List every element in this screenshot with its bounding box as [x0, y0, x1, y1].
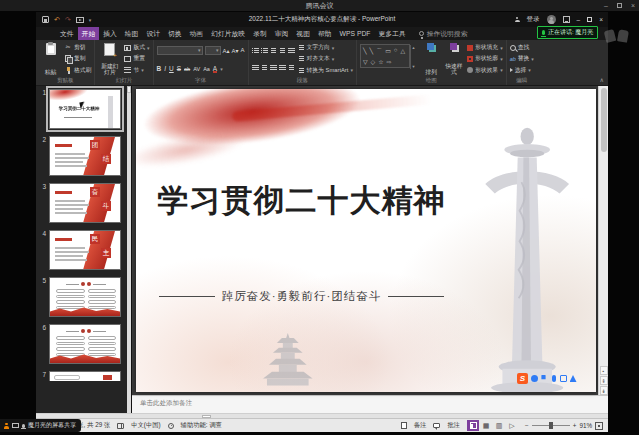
- columns-icon[interactable]: [288, 64, 295, 71]
- replace-button[interactable]: ab替换▾: [510, 54, 534, 63]
- increase-indent-icon[interactable]: [279, 47, 286, 54]
- select-button[interactable]: 选择▾: [510, 66, 534, 75]
- ime-mode-icon[interactable]: [531, 375, 538, 382]
- language-label[interactable]: 中文(中国): [131, 421, 160, 430]
- tell-me-search[interactable]: 操作说明搜索: [419, 29, 468, 39]
- reading-view-icon[interactable]: ▥: [493, 420, 505, 431]
- redo-icon[interactable]: ↷: [65, 16, 71, 24]
- shadow-button[interactable]: ab: [184, 66, 190, 72]
- thumbnail-slide-6[interactable]: [49, 324, 121, 364]
- slide-editor[interactable]: 学习贯彻二十大精神 踔厉奋发·勇毅前行·团结奋斗 S: [136, 89, 596, 392]
- paste-button[interactable]: 粘贴: [39, 42, 62, 76]
- undo-icon[interactable]: ↶: [54, 16, 60, 24]
- ribbon-display-options-icon[interactable]: [563, 16, 570, 23]
- arrange-button[interactable]: 排列: [421, 42, 441, 76]
- tab-home[interactable]: 开始: [78, 27, 100, 41]
- comments-toggle-label[interactable]: 批注: [447, 421, 460, 430]
- slide-sorter-view-icon[interactable]: ▦: [480, 420, 492, 431]
- next-slide-icon[interactable]: ⇟: [600, 386, 608, 395]
- previous-slide-icon[interactable]: ⇞: [600, 376, 608, 385]
- grow-font-button[interactable]: A▴: [223, 47, 230, 54]
- cut-button[interactable]: 剪切: [65, 43, 91, 52]
- shape-icon[interactable]: ╲: [363, 47, 367, 56]
- thumbnail-slide-7[interactable]: [49, 371, 121, 381]
- thumbnail-slide-3[interactable]: 奋 斗: [49, 183, 121, 223]
- format-painter-button[interactable]: 格式刷: [65, 66, 91, 75]
- numbering-icon[interactable]: [261, 47, 268, 54]
- convert-smartart-button[interactable]: 转换为 SmartArt▾: [298, 66, 353, 75]
- scroll-up-icon[interactable]: [127, 86, 131, 93]
- font-color-dropdown-icon[interactable]: ▾: [220, 66, 223, 72]
- zoom-out-icon[interactable]: −: [525, 422, 529, 429]
- normal-view-icon[interactable]: [467, 420, 479, 431]
- shrink-font-button[interactable]: A▾: [232, 47, 239, 54]
- new-slide-button[interactable]: 新建幻灯片: [98, 42, 121, 76]
- copy-button[interactable]: 复制: [65, 54, 91, 63]
- slideshow-icon[interactable]: [76, 17, 84, 23]
- slideshow-view-icon[interactable]: ▷: [506, 420, 518, 431]
- decrease-indent-icon[interactable]: [270, 47, 277, 54]
- collapse-ribbon-icon[interactable]: ∧: [600, 76, 604, 83]
- meeting-minimize-button[interactable]: –: [604, 2, 608, 9]
- ime-voice-icon[interactable]: [540, 375, 547, 382]
- thumbnail-slide-1[interactable]: 学习贯彻二十大精神: [49, 89, 121, 129]
- tab-insert[interactable]: 插入: [99, 27, 121, 41]
- ppt-restore-button[interactable]: [587, 17, 592, 22]
- shapes-gallery[interactable]: ╲ ╲ ⌒ ▭ ○ △ ▽ ◇ ☆ ⇨ ▲▼: [360, 44, 410, 68]
- align-left-icon[interactable]: [252, 64, 259, 71]
- text-direction-button[interactable]: 文字方向▾: [298, 43, 353, 52]
- shape-icon[interactable]: △: [400, 47, 405, 56]
- avatar[interactable]: [547, 15, 556, 24]
- ppt-close-button[interactable]: ×: [599, 16, 603, 23]
- slide-subtitle[interactable]: 踔厉奋发·勇毅前行·团结奋斗: [141, 289, 463, 304]
- shape-icon[interactable]: ╲: [370, 47, 374, 56]
- accessibility-status[interactable]: 辅助功能: 调查: [181, 421, 222, 430]
- ime-mic-icon[interactable]: [552, 375, 556, 382]
- sogou-ime-logo[interactable]: S: [517, 373, 528, 384]
- shapes-scroll[interactable]: ▲▼: [410, 45, 416, 69]
- justify-icon[interactable]: [279, 64, 286, 71]
- tab-review[interactable]: 审阅: [271, 27, 293, 41]
- align-center-icon[interactable]: [261, 64, 268, 71]
- layout-button[interactable]: 版式▾: [124, 43, 149, 52]
- shape-icon[interactable]: ▽: [363, 58, 368, 65]
- scrollbar-thumb[interactable]: [601, 88, 607, 152]
- zoom-slider[interactable]: [532, 425, 570, 426]
- notes-pane[interactable]: 单击此处添加备注: [132, 395, 608, 413]
- shape-outline-button[interactable]: 形状轮廓▾: [467, 54, 503, 63]
- tab-slideshow[interactable]: 幻灯片放映: [207, 27, 249, 41]
- shape-fill-button[interactable]: 形状填充▾: [467, 43, 503, 52]
- spellcheck-icon[interactable]: [117, 423, 124, 429]
- meeting-maximize-button[interactable]: [617, 3, 622, 8]
- ime-skin-icon[interactable]: [570, 375, 577, 382]
- shape-effects-button[interactable]: 形状效果▾: [467, 66, 503, 75]
- tab-wps-pdf[interactable]: WPS PDF: [336, 28, 375, 39]
- character-spacing-button[interactable]: AV: [193, 66, 200, 72]
- tab-animations[interactable]: 动画: [186, 27, 208, 41]
- notes-toggle-label[interactable]: 备注: [414, 421, 427, 430]
- thumbnail-slide-2[interactable]: 团 结: [49, 136, 121, 176]
- tab-view[interactable]: 视图: [292, 27, 314, 41]
- scroll-dot-icon[interactable]: ▪: [600, 366, 608, 375]
- clear-formatting-button[interactable]: A: [241, 47, 245, 53]
- zoom-level[interactable]: 91%: [579, 422, 592, 429]
- align-text-button[interactable]: 对齐文本▾: [298, 54, 353, 63]
- zoom-in-icon[interactable]: +: [573, 422, 577, 429]
- find-button[interactable]: 查找: [510, 43, 534, 52]
- customize-quick-access-icon[interactable]: ▾: [89, 17, 92, 23]
- ime-toolbox-icon[interactable]: [579, 375, 586, 382]
- thumbnail-scrollbar[interactable]: [127, 86, 131, 413]
- bullets-icon[interactable]: [252, 47, 259, 54]
- tab-draw[interactable]: 绘图: [121, 27, 143, 41]
- save-icon[interactable]: [42, 16, 49, 23]
- pane-splitter[interactable]: [36, 413, 608, 418]
- ime-keyboard-icon[interactable]: [560, 375, 567, 382]
- shape-icon[interactable]: ☆: [378, 58, 383, 65]
- tab-design[interactable]: 设计: [142, 27, 164, 41]
- sign-in-label[interactable]: 登录: [527, 15, 540, 24]
- strikethrough-button[interactable]: S: [177, 65, 181, 72]
- shape-icon[interactable]: ○: [394, 47, 398, 56]
- align-right-icon[interactable]: [270, 64, 277, 71]
- underline-button[interactable]: U: [169, 65, 174, 72]
- tab-more-tools[interactable]: 更多工具: [374, 27, 409, 41]
